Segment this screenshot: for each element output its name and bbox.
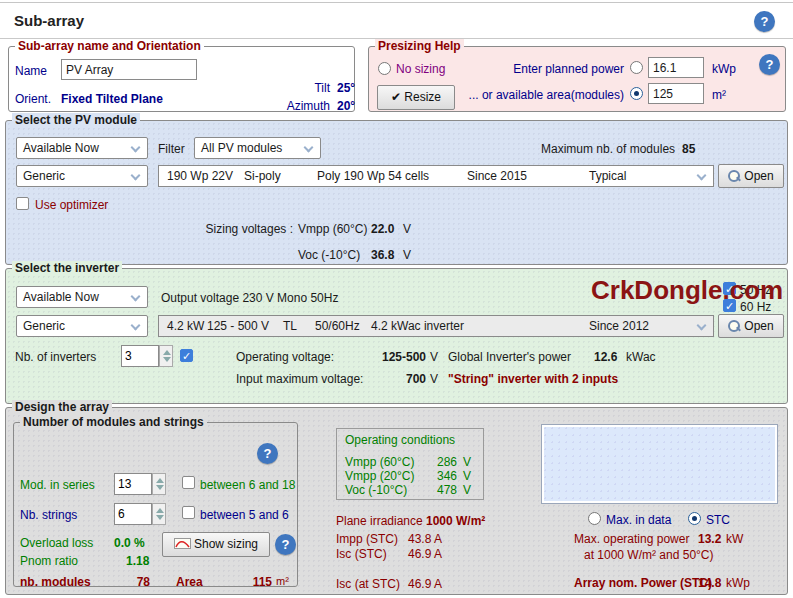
pv-manufacturer-value: Generic bbox=[23, 169, 65, 183]
planned-power-radio[interactable] bbox=[630, 61, 643, 74]
array-nom-power-unit: kWp bbox=[726, 576, 750, 590]
presizing-help-icon[interactable]: ? bbox=[759, 54, 780, 75]
oc-row-value: 286 bbox=[429, 455, 457, 469]
global-power-unit: kWac bbox=[626, 350, 656, 364]
nb-strings-spinner[interactable] bbox=[152, 503, 166, 525]
subarray-name-input[interactable] bbox=[61, 59, 197, 80]
oc-row-value: 478 bbox=[429, 483, 457, 497]
inverter-model-combo[interactable]: 4.2 kW 125 - 500 V TL 50/60Hz 4.2 kWac i… bbox=[158, 315, 714, 337]
nb-strings-input[interactable] bbox=[114, 503, 152, 525]
area-result-unit: m² bbox=[276, 575, 289, 587]
sizing-help-icon[interactable]: ? bbox=[275, 534, 296, 555]
tilt-value: 25° bbox=[337, 81, 355, 95]
module-tech: Si-poly bbox=[244, 166, 281, 186]
pv-open-button[interactable]: Open bbox=[718, 164, 784, 188]
module-power: 190 Wp 22V bbox=[167, 166, 233, 186]
modules-strings-help-icon[interactable]: ? bbox=[257, 443, 278, 464]
watermark: CrkDongle.com bbox=[591, 275, 783, 306]
pv-open-label: Open bbox=[744, 169, 773, 183]
tilt-label: Tilt bbox=[285, 81, 330, 95]
overload-loss-label: Overload loss bbox=[20, 536, 93, 550]
inverter-since: Since 2012 bbox=[589, 316, 649, 336]
module-desc: Poly 190 Wp 54 cells bbox=[317, 166, 429, 186]
impp-stc-label: Impp (STC) bbox=[336, 532, 398, 546]
nb-modules-value: 78 bbox=[120, 575, 150, 589]
design-section: Design the array Number of modules and s… bbox=[5, 407, 788, 595]
pv-availability-select[interactable]: Available Now bbox=[16, 137, 148, 159]
pnom-ratio-label: Pnom ratio bbox=[20, 554, 78, 568]
help-icon[interactable]: ? bbox=[754, 11, 775, 32]
pv-module-combo[interactable]: 190 Wp 22V Si-poly Poly 190 Wp 54 cells … bbox=[158, 165, 714, 187]
inverter-open-button[interactable]: Open bbox=[718, 314, 784, 338]
inverter-manufacturer-select[interactable]: Generic bbox=[16, 315, 148, 337]
mod-series-spinner[interactable] bbox=[152, 473, 166, 495]
pv-availability-value: Available Now bbox=[23, 141, 99, 155]
max-in-data-radio[interactable] bbox=[588, 512, 601, 525]
resize-button[interactable]: ✔ Resize bbox=[377, 85, 455, 110]
show-sizing-button[interactable]: Show sizing bbox=[162, 532, 270, 557]
input-max-voltage-value: 700 bbox=[364, 372, 426, 386]
show-sizing-label: Show sizing bbox=[194, 537, 258, 551]
nb-strings-checkbox[interactable] bbox=[182, 506, 195, 519]
chevron-down-icon bbox=[131, 143, 141, 153]
modules-strings-legend: Number of modules and strings bbox=[20, 415, 207, 429]
design-legend: Design the array bbox=[12, 400, 112, 414]
overload-loss-value: 0.0 % bbox=[114, 536, 145, 550]
presizing-legend: Presizing Help bbox=[375, 39, 464, 53]
orientation-legend: Sub-array name and Orientation bbox=[15, 39, 204, 53]
max-modules-value: 85 bbox=[682, 142, 695, 156]
voc10-label: Voc (-10°C) bbox=[298, 248, 360, 262]
nb-strings-hint: between 5 and 6 bbox=[200, 508, 289, 522]
area-label: ... or available area(modules) bbox=[454, 88, 624, 102]
modules-strings-group: Number of modules and strings ? Mod. in … bbox=[13, 422, 298, 587]
nb-inverters-label: Nb. of inverters bbox=[15, 350, 96, 364]
pv-filter-select[interactable]: All PV modules bbox=[194, 137, 321, 159]
stc-label: STC bbox=[706, 513, 730, 527]
pv-manufacturer-select[interactable]: Generic bbox=[16, 165, 148, 187]
nb-inverters-auto-checkbox[interactable]: ✓ bbox=[180, 349, 193, 362]
impp-stc-value: 43.8 A bbox=[408, 532, 442, 546]
operating-conditions-box: Operating conditions Vmpp (60°C) 286 V V… bbox=[336, 428, 484, 500]
mod-series-checkbox[interactable] bbox=[182, 476, 195, 489]
inverter-power: 4.2 kW bbox=[167, 316, 204, 336]
use-optimizer-checkbox[interactable] bbox=[16, 197, 29, 210]
max-operating-power-unit: kW bbox=[726, 532, 743, 546]
oc-row-unit: V bbox=[463, 469, 471, 483]
presizing-group: Presizing Help No sizing Enter planned p… bbox=[368, 46, 786, 112]
top-divider bbox=[0, 2, 793, 3]
chevron-down-icon bbox=[131, 171, 141, 181]
max-operating-power-value: 13.2 bbox=[698, 532, 721, 546]
mod-series-hint: between 6 and 18 bbox=[200, 478, 295, 492]
global-power-value: 12.6 bbox=[594, 350, 617, 364]
operating-voltage-value: 125-500 bbox=[364, 350, 426, 364]
oc-row-unit: V bbox=[463, 483, 471, 497]
area-radio[interactable] bbox=[630, 87, 643, 100]
mod-series-input[interactable] bbox=[114, 473, 152, 495]
array-nom-power-value: 14.8 bbox=[698, 576, 721, 590]
string-inverter-note: "String" inverter with 2 inputs bbox=[448, 372, 618, 386]
chevron-down-icon bbox=[697, 321, 707, 331]
inverter-availability-select[interactable]: Available Now bbox=[16, 286, 148, 308]
pv-module-section: Select the PV module Available Now Filte… bbox=[5, 120, 788, 265]
resize-check-icon: ✔ bbox=[391, 90, 401, 104]
nb-inverters-input[interactable] bbox=[121, 345, 159, 367]
sizing-voltages-label: Sizing voltages : bbox=[186, 222, 293, 236]
mod-series-label: Mod. in series bbox=[20, 478, 95, 492]
filter-label: Filter bbox=[158, 142, 185, 156]
inverter-availability-value: Available Now bbox=[23, 290, 99, 304]
oc-row-label: Voc (-10°C) bbox=[345, 483, 407, 497]
area-input[interactable] bbox=[648, 83, 704, 104]
no-sizing-radio[interactable] bbox=[378, 62, 391, 75]
nb-modules-label: nb. modules bbox=[20, 575, 91, 589]
operating-voltage-unit: V bbox=[430, 350, 438, 364]
chevron-down-icon bbox=[697, 171, 707, 181]
operating-voltage-label: Operating voltage: bbox=[236, 350, 334, 364]
max-operating-power-label: Max. operating power bbox=[574, 532, 689, 546]
stc-radio[interactable] bbox=[688, 512, 701, 525]
planned-power-input[interactable] bbox=[648, 57, 704, 78]
area-result-value: 115 bbox=[242, 575, 272, 589]
sizing-chart-panel bbox=[541, 424, 778, 504]
inverter-manufacturer-value: Generic bbox=[23, 319, 65, 333]
sub-array-window: Sub-array ? Sub-array name and Orientati… bbox=[0, 0, 793, 598]
nb-inverters-spinner[interactable] bbox=[159, 345, 173, 367]
